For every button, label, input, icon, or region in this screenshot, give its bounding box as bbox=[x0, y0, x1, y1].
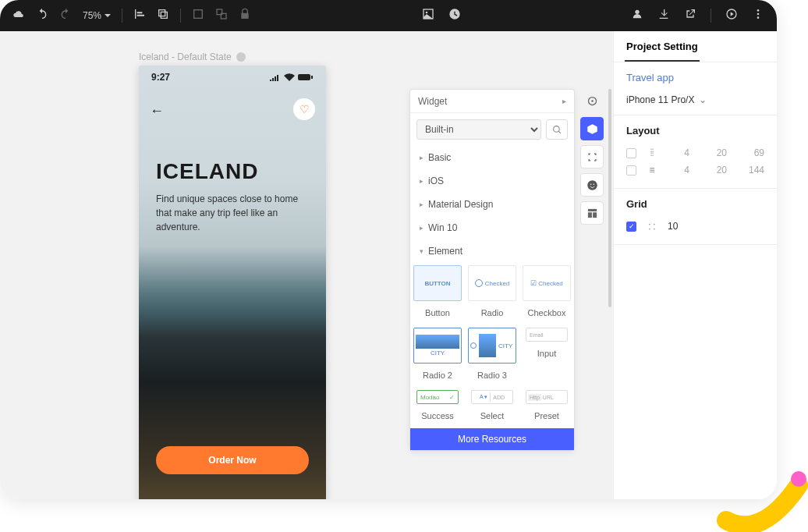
svg-point-12 bbox=[553, 126, 559, 132]
topbar: 75% bbox=[0, 0, 777, 31]
widget-item-radio2[interactable]: CITYRadio 2 bbox=[410, 325, 465, 388]
svg-rect-20 bbox=[593, 212, 597, 218]
rows-checkbox[interactable] bbox=[626, 165, 636, 176]
svg-rect-10 bbox=[298, 74, 310, 80]
svg-point-21 bbox=[791, 471, 806, 487]
components-icon[interactable] bbox=[580, 117, 604, 140]
statusbar: 9:27 bbox=[139, 66, 326, 89]
category-basic[interactable]: Basic bbox=[410, 146, 574, 169]
svg-rect-18 bbox=[587, 208, 596, 211]
target-icon[interactable] bbox=[580, 89, 604, 112]
right-panel: Project Setting Travel app iPhone 11 Pro… bbox=[613, 31, 777, 499]
more-icon[interactable] bbox=[752, 8, 764, 23]
undo-icon[interactable] bbox=[36, 8, 48, 23]
widget-item-input[interactable]: EmailInput bbox=[519, 325, 574, 388]
category-material[interactable]: Material Design bbox=[410, 193, 574, 216]
grid-checkbox[interactable]: ✓ bbox=[626, 222, 636, 232]
grid-title: Grid bbox=[626, 198, 764, 210]
widget-item-select[interactable]: A ▾ADDSelect bbox=[465, 388, 519, 428]
group-icon[interactable] bbox=[192, 8, 204, 23]
svg-point-5 bbox=[635, 10, 639, 14]
canvas[interactable]: Iceland - Default State 9:27 ← ♡ ICELAND… bbox=[0, 31, 613, 499]
artboard-label[interactable]: Iceland - Default State bbox=[139, 51, 246, 62]
brand-swoosh bbox=[714, 438, 808, 532]
scrollbar[interactable] bbox=[608, 89, 611, 307]
widget-item-preset[interactable]: HttpURLPreset bbox=[519, 388, 574, 428]
time: 9:27 bbox=[151, 72, 170, 83]
frame-icon[interactable] bbox=[580, 145, 604, 168]
rows-icon: ≡ bbox=[646, 165, 658, 176]
more-resources-button[interactable]: More Resources bbox=[410, 428, 574, 450]
align-icon[interactable] bbox=[133, 8, 146, 23]
history-icon[interactable] bbox=[448, 8, 461, 23]
ungroup-icon[interactable] bbox=[215, 8, 228, 23]
emoji-icon[interactable] bbox=[580, 173, 604, 197]
layout-icon[interactable] bbox=[580, 201, 604, 225]
gear-icon[interactable] bbox=[236, 52, 246, 62]
widget-item-button[interactable]: BUTTONButton bbox=[410, 263, 465, 325]
search-button[interactable] bbox=[546, 119, 568, 140]
widget-panel: Widget▸ Built-in Basic iOS Material Desi… bbox=[409, 89, 575, 451]
svg-rect-19 bbox=[587, 212, 591, 218]
svg-rect-11 bbox=[311, 76, 313, 79]
widget-item-success[interactable]: Modao✓Success bbox=[410, 388, 465, 428]
hero-title: ICELAND bbox=[156, 159, 258, 184]
heart-button[interactable]: ♡ bbox=[293, 98, 315, 120]
zoom-control[interactable]: 75% bbox=[83, 10, 111, 21]
lock-icon[interactable] bbox=[239, 8, 251, 23]
redo-icon[interactable] bbox=[59, 8, 72, 23]
columns-icon: ⦙⦙ bbox=[646, 147, 658, 158]
artboard-phone[interactable]: 9:27 ← ♡ ICELAND Find unique spaces clos… bbox=[139, 66, 326, 499]
image-icon[interactable] bbox=[422, 8, 434, 23]
svg-point-8 bbox=[757, 13, 760, 16]
project-name[interactable]: Travel app bbox=[626, 72, 764, 83]
svg-rect-0 bbox=[194, 10, 203, 19]
svg-point-17 bbox=[593, 183, 594, 185]
cloud-sync-icon[interactable] bbox=[12, 8, 25, 23]
download-icon[interactable] bbox=[657, 8, 670, 23]
svg-point-15 bbox=[587, 180, 597, 190]
play-icon[interactable] bbox=[725, 8, 738, 23]
order-button[interactable]: Order Now bbox=[156, 446, 309, 474]
category-ios[interactable]: iOS bbox=[410, 169, 574, 193]
category-win10[interactable]: Win 10 bbox=[410, 216, 574, 239]
widget-item-checkbox[interactable]: CheckedCheckbox bbox=[519, 263, 574, 325]
share-icon[interactable] bbox=[684, 8, 696, 23]
widget-item-radio3[interactable]: CITYRadio 3 bbox=[465, 325, 519, 388]
grid-row: ✓ ⸬ 10 bbox=[626, 218, 764, 235]
library-select[interactable]: Built-in bbox=[416, 119, 541, 140]
user-icon[interactable] bbox=[631, 8, 643, 23]
category-element[interactable]: Element bbox=[410, 239, 574, 263]
grid-icon: ⸬ bbox=[646, 221, 658, 232]
svg-point-7 bbox=[757, 9, 760, 12]
layout-title: Layout bbox=[626, 125, 764, 137]
tool-rail bbox=[580, 89, 605, 225]
widget-item-radio[interactable]: CheckedRadio bbox=[465, 263, 519, 325]
back-icon[interactable]: ← bbox=[150, 103, 164, 119]
svg-point-14 bbox=[591, 100, 594, 102]
svg-point-4 bbox=[425, 12, 427, 14]
columns-checkbox[interactable] bbox=[626, 148, 636, 158]
screens-icon[interactable] bbox=[157, 8, 169, 23]
layout-row-columns: ⦙⦙ 42069 bbox=[626, 144, 764, 161]
signal-icons bbox=[270, 73, 314, 81]
device-select[interactable]: iPhone 11 Pro/X bbox=[626, 94, 764, 105]
panel-header: Project Setting bbox=[625, 31, 700, 62]
widget-header[interactable]: Widget▸ bbox=[410, 90, 574, 113]
hero-subtitle: Find unique spaces close to home that ma… bbox=[156, 192, 303, 234]
svg-point-9 bbox=[757, 16, 760, 19]
svg-point-16 bbox=[590, 183, 591, 185]
layout-row-rows: ≡ 420144 bbox=[626, 161, 764, 179]
